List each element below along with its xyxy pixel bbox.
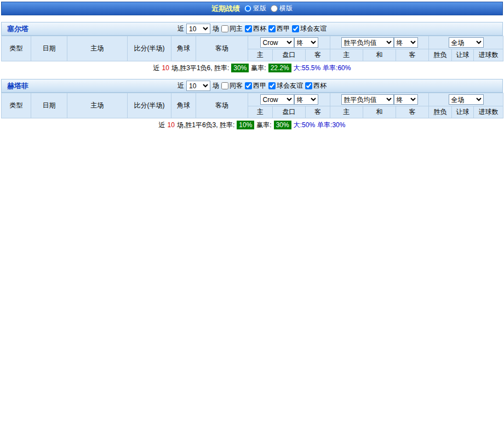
odds-source-select[interactable]: Crow bbox=[260, 94, 294, 105]
filter-checkbox[interactable]: 球会友谊 bbox=[292, 24, 327, 33]
col-league: 类型 bbox=[2, 36, 31, 61]
col-home: 主场 bbox=[67, 93, 128, 118]
filter-checkbox[interactable]: 球会友谊 bbox=[268, 81, 303, 90]
subcol-handicap: 盘口 bbox=[273, 106, 306, 118]
col-home: 主场 bbox=[67, 36, 128, 61]
subcol-result: 胜负 bbox=[429, 49, 452, 61]
page: 近期战绩 竖版 横版 塞尔塔 近 10 场 同主西杯西甲球会友谊 bbox=[0, 0, 504, 138]
vertical-radio-label: 竖版 bbox=[253, 4, 266, 13]
avg-final-select[interactable]: 终 bbox=[394, 37, 418, 48]
recent-count-select[interactable]: 10 bbox=[186, 24, 210, 34]
subcol-goals: 进球数 bbox=[474, 106, 503, 118]
avg-group-header: 胜平负均值终 bbox=[330, 36, 429, 49]
subcol-avg-home: 主 bbox=[330, 49, 363, 61]
col-date: 日期 bbox=[31, 93, 67, 118]
layout-horizontal-option[interactable]: 横版 bbox=[271, 4, 293, 13]
single-rate: 单率:60% bbox=[323, 64, 351, 73]
filter-checkbox-label: 球会友谊 bbox=[277, 81, 303, 90]
filter-checkbox[interactable]: 同客 bbox=[221, 81, 243, 90]
subcol-odds-home: 主 bbox=[248, 106, 273, 118]
filter-checkbox-input[interactable] bbox=[221, 25, 228, 32]
page-title: 近期战绩 bbox=[211, 4, 240, 14]
col-away: 客场 bbox=[196, 36, 248, 61]
filter-checkbox[interactable]: 西杯 bbox=[245, 24, 266, 33]
team-section: 赫塔菲 近 10 场 同客西甲球会友谊西杯 类型 日期 bbox=[1, 79, 503, 132]
filter-checkbox-input[interactable] bbox=[292, 25, 299, 32]
odds-final-select[interactable]: 终 bbox=[294, 94, 318, 105]
team-section: 塞尔塔 近 10 场 同主西杯西甲球会友谊 类型 日期 bbox=[1, 22, 503, 75]
col-corners: 角球 bbox=[171, 93, 196, 118]
single-rate: 单率:30% bbox=[317, 121, 345, 130]
vertical-radio[interactable] bbox=[244, 5, 251, 12]
layout-vertical-option[interactable]: 竖版 bbox=[244, 4, 266, 13]
team-name: 赫塔菲 bbox=[7, 81, 28, 91]
subcol-avg-home: 主 bbox=[330, 106, 363, 118]
filter-checkbox-input[interactable] bbox=[245, 82, 252, 89]
fulltime-group-header: 全场 bbox=[429, 36, 503, 49]
matches-table: 类型 日期 主场 比分(半场) 角球 客场 Crow终 胜平负均值终 全场 bbox=[1, 93, 503, 118]
summary-record: 场,胜3平1负6, 胜率: bbox=[171, 64, 229, 73]
subcol-handicap-result: 让球 bbox=[452, 49, 474, 61]
filter-checkbox-group: 同主西杯西甲球会友谊 bbox=[221, 24, 327, 33]
section-summary: 近10场,胜1平6负3, 胜率: 10% 赢率: 30% 大:50% 单率:30… bbox=[1, 118, 503, 132]
summary-count: 10 bbox=[162, 64, 169, 72]
filter-checkbox[interactable]: 西甲 bbox=[268, 24, 290, 33]
summary-prefix: 近 bbox=[153, 64, 160, 73]
avg-final-select[interactable]: 终 bbox=[394, 94, 418, 105]
subcol-avg-away: 客 bbox=[396, 49, 429, 61]
team-name: 塞尔塔 bbox=[7, 24, 28, 34]
table-header: 类型 日期 主场 比分(半场) 角球 客场 Crow终 胜平负均值终 全场 bbox=[2, 36, 503, 61]
big-rate: 大:55.5% bbox=[294, 64, 320, 73]
subcol-odds-away: 客 bbox=[306, 49, 330, 61]
profit-rate-badge: 30% bbox=[274, 121, 291, 129]
col-league: 类型 bbox=[2, 93, 31, 118]
odds-source-select[interactable]: Crow bbox=[260, 37, 294, 48]
filter-checkbox-input[interactable] bbox=[268, 25, 276, 32]
filter-checkbox-input[interactable] bbox=[221, 82, 228, 89]
recent-prefix: 近 bbox=[177, 81, 184, 90]
summary-prefix: 近 bbox=[159, 121, 165, 130]
filter-checkbox[interactable]: 同主 bbox=[221, 24, 243, 33]
filter-checkbox-label: 同主 bbox=[230, 24, 243, 33]
filter-checkbox[interactable]: 西甲 bbox=[245, 81, 266, 90]
col-date: 日期 bbox=[31, 36, 67, 61]
fulltime-select[interactable]: 全场 bbox=[449, 37, 484, 48]
filter-checkbox-label: 西甲 bbox=[253, 81, 266, 90]
subcol-avg-draw: 和 bbox=[363, 49, 396, 61]
col-away: 客场 bbox=[196, 93, 248, 118]
odds-group-header: Crow终 bbox=[248, 93, 330, 106]
filter-bar: 近 10 场 同主西杯西甲球会友谊 bbox=[177, 24, 327, 34]
filter-checkbox-label: 同客 bbox=[230, 81, 243, 90]
subcol-odds-away: 客 bbox=[306, 106, 330, 118]
horizontal-radio[interactable] bbox=[271, 5, 278, 12]
filter-checkbox-group: 同客西甲球会友谊西杯 bbox=[221, 81, 327, 90]
matches-table: 类型 日期 主场 比分(半场) 角球 客场 Crow终 胜平负均值终 全场 bbox=[1, 36, 503, 61]
subcol-avg-draw: 和 bbox=[363, 106, 396, 118]
section-summary: 近10场,胜3平1负6, 胜率: 30% 赢率: 22.2% 大:55.5% 单… bbox=[1, 61, 503, 75]
recent-suffix: 场 bbox=[213, 81, 219, 90]
avg-type-select[interactable]: 胜平负均值 bbox=[341, 37, 394, 48]
avg-group-header: 胜平负均值终 bbox=[330, 93, 429, 106]
summary-record: 场,胜1平6负3, 胜率: bbox=[177, 121, 234, 130]
section-header-bar: 塞尔塔 近 10 场 同主西杯西甲球会友谊 bbox=[1, 22, 503, 36]
big-rate: 大:50% bbox=[294, 121, 315, 130]
filter-checkbox[interactable]: 西杯 bbox=[305, 81, 327, 90]
filter-checkbox-label: 球会友谊 bbox=[300, 24, 327, 33]
filter-checkbox-label: 西杯 bbox=[313, 81, 327, 90]
win-rate-badge: 30% bbox=[231, 64, 249, 72]
avg-type-select[interactable]: 胜平负均值 bbox=[341, 94, 394, 105]
filter-checkbox-input[interactable] bbox=[268, 82, 276, 89]
odds-final-select[interactable]: 终 bbox=[294, 37, 318, 48]
recent-count-select[interactable]: 10 bbox=[186, 81, 210, 91]
subcol-odds-home: 主 bbox=[248, 49, 273, 61]
profit-label: 赢率: bbox=[251, 64, 266, 73]
filter-checkbox-input[interactable] bbox=[305, 82, 312, 89]
filter-checkbox-input[interactable] bbox=[245, 25, 252, 32]
filter-checkbox-label: 西甲 bbox=[277, 24, 290, 33]
subcol-handicap-result: 让球 bbox=[452, 106, 474, 118]
subcol-avg-away: 客 bbox=[396, 106, 429, 118]
fulltime-select[interactable]: 全场 bbox=[449, 94, 484, 105]
col-score: 比分(半场) bbox=[128, 93, 171, 118]
col-corners: 角球 bbox=[171, 36, 196, 61]
win-rate-badge: 10% bbox=[237, 121, 254, 129]
